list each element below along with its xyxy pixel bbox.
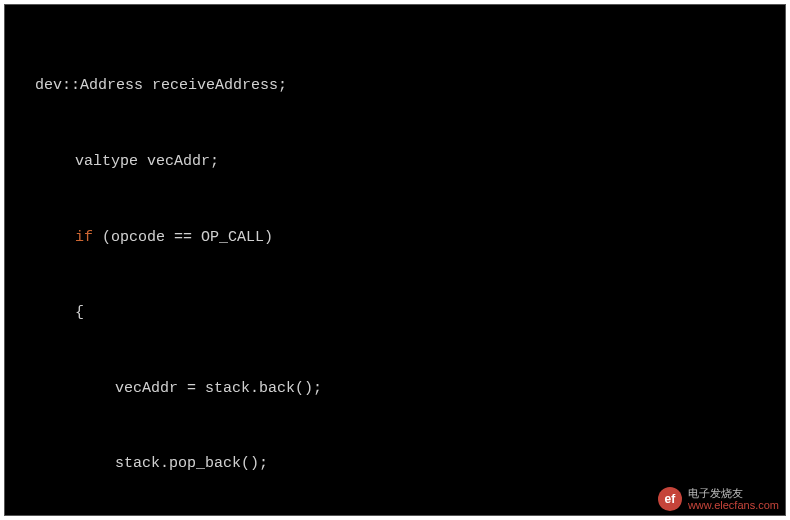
code-line: valtype vecAddr; bbox=[5, 149, 785, 174]
watermark-logo-icon: ef bbox=[658, 487, 682, 511]
watermark-url: www.elecfans.com bbox=[688, 499, 779, 511]
code-line: stack.pop_back(); bbox=[5, 451, 785, 476]
code-block: dev::Address receiveAddress; valtype vec… bbox=[5, 23, 785, 516]
watermark-name-cn: 电子发烧友 bbox=[688, 487, 779, 499]
code-line: dev::Address receiveAddress; bbox=[5, 73, 785, 98]
watermark: ef 电子发烧友 www.elecfans.com bbox=[658, 487, 779, 511]
code-line: { bbox=[5, 300, 785, 325]
code-text: (opcode == OP_CALL) bbox=[93, 229, 273, 246]
code-line: vecAddr = stack.back(); bbox=[5, 376, 785, 401]
code-line: if (opcode == OP_CALL) bbox=[5, 225, 785, 250]
keyword-if: if bbox=[75, 229, 93, 246]
watermark-text: 电子发烧友 www.elecfans.com bbox=[688, 487, 779, 511]
code-frame: dev::Address receiveAddress; valtype vec… bbox=[4, 4, 786, 516]
